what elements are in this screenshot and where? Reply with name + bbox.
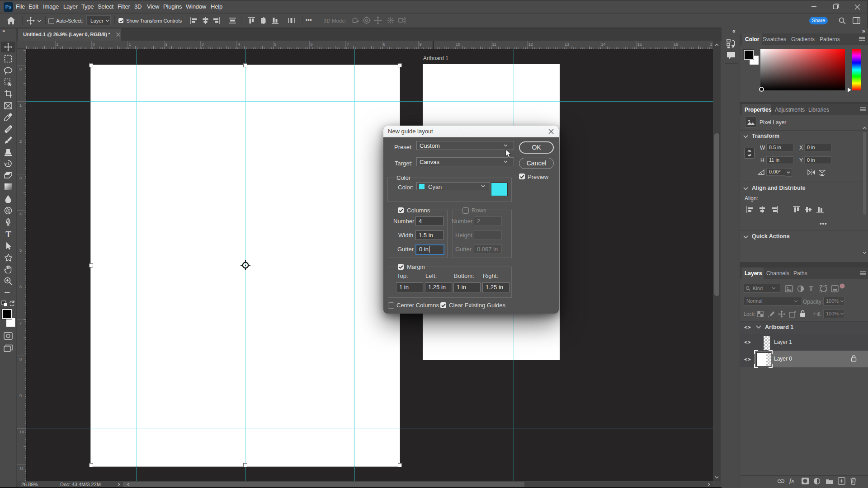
svg-text:T: T <box>5 230 11 238</box>
